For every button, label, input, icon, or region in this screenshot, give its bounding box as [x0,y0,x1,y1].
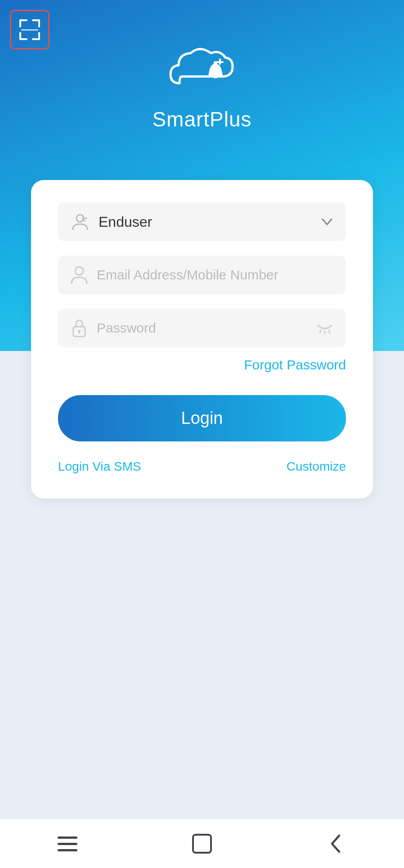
svg-rect-1 [19,19,21,27]
app-name: SmartPlus [152,107,251,131]
chevron-down-icon [321,216,333,228]
forgot-password-row: Forgot Password [58,357,346,373]
navigation-bar [0,819,404,868]
svg-rect-8 [21,29,38,31]
email-input[interactable] [97,267,333,283]
svg-line-21 [329,330,330,333]
app-logo: SmartPlus [152,40,251,131]
svg-rect-23 [58,843,77,845]
svg-rect-3 [38,19,40,27]
user-type-label: Enduser [99,214,321,230]
svg-rect-11 [216,61,224,63]
password-input-row [58,309,346,347]
password-input[interactable] [97,320,316,336]
user-type-selector[interactable]: Enduser [58,202,346,241]
svg-rect-9 [215,76,216,78]
email-input-row [58,256,346,294]
bottom-links: Login Via SMS Customize [58,459,346,474]
svg-rect-7 [38,32,40,40]
login-card: Enduser [31,180,373,499]
back-nav-icon[interactable] [323,830,350,857]
eye-closed-icon[interactable] [316,322,333,334]
user-icon [71,265,88,284]
login-button[interactable]: Login [58,395,346,441]
lock-icon [71,319,88,337]
home-nav-icon[interactable] [189,830,215,857]
logo-cloud-icon [166,40,238,99]
customize-link[interactable]: Customize [287,459,346,474]
svg-rect-22 [58,837,77,839]
svg-rect-24 [58,849,77,851]
svg-rect-5 [19,32,21,40]
forgot-password-link[interactable]: Forgot Password [244,357,346,373]
svg-line-19 [320,330,321,333]
menu-nav-icon[interactable] [54,830,81,857]
user-type-icon [71,212,90,231]
svg-rect-25 [193,835,211,853]
svg-point-15 [75,267,83,275]
page-wrapper: SmartPlus Enduser [0,0,404,868]
qr-scan-icon [18,18,42,42]
svg-rect-18 [79,332,80,334]
login-via-sms-link[interactable]: Login Via SMS [58,459,141,474]
qr-scan-button[interactable] [10,10,49,49]
